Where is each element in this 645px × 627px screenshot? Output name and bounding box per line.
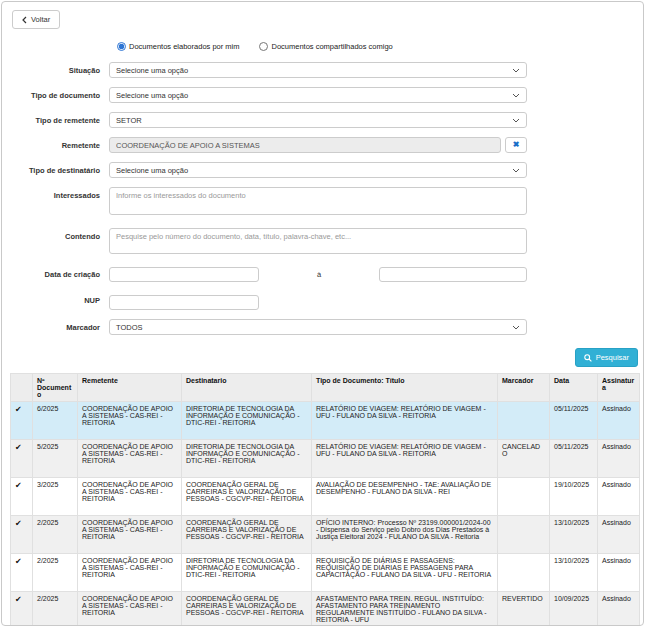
cell-destinatario: DIRETORIA DE TECNOLOGIA DA INFORMAÇÃO E … xyxy=(182,440,312,478)
chevron-down-icon xyxy=(512,68,520,73)
cell-destinatario: COORDENAÇÃO GERAL DE CARREIRAS E VALORIZ… xyxy=(182,478,312,516)
document-filter-radio-group: Documentos elaborados por mim Documentos… xyxy=(117,42,643,51)
tipo-destinatario-select[interactable]: Selecione uma opção xyxy=(109,162,527,178)
chevron-down-icon xyxy=(512,325,520,330)
situacao-selected-value: Selecione uma opção xyxy=(116,66,188,75)
cell-data: 05/11/2025 xyxy=(550,440,598,478)
results-table: Nº Documento Remetente Destinatario Tipo… xyxy=(10,373,640,626)
cell-num: 2/2025 xyxy=(33,516,78,554)
cell-data: 05/11/2025 xyxy=(550,402,598,440)
cell-assinatura: Assinado xyxy=(598,440,640,478)
clear-remetente-button[interactable]: ✖ xyxy=(505,137,527,153)
cell-remetente: COORDENAÇÃO DE APOIO A SISTEMAS - CAS-RE… xyxy=(78,478,182,516)
chevron-down-icon xyxy=(512,118,520,123)
tipo-documento-label: Tipo de documento xyxy=(2,91,109,100)
tipo-documento-select[interactable]: Selecione uma opção xyxy=(109,87,527,103)
cell-num: 2/2025 xyxy=(33,592,78,627)
marcador-select[interactable]: TODOS xyxy=(109,319,527,335)
cell-tipo-titulo: AFASTAMENTO PARA TREIN. REGUL. INSTITUÍD… xyxy=(312,592,498,627)
cell-destinatario: COORDENAÇÃO GERAL DE CARREIRAS E VALORIZ… xyxy=(182,516,312,554)
cell-destinatario: COORDENAÇÃO GERAL DE CARREIRAS E VALORIZ… xyxy=(182,592,312,627)
close-icon: ✖ xyxy=(513,140,520,149)
table-row[interactable]: ✔ 2/2025 COORDENAÇÃO DE APOIO A SISTEMAS… xyxy=(11,554,640,592)
back-button[interactable]: Voltar xyxy=(12,10,60,29)
header-num-documento: Nº Documento xyxy=(33,374,78,402)
cell-data: 19/10/2025 xyxy=(550,478,598,516)
cell-assinatura: Assinado xyxy=(598,402,640,440)
chevron-down-icon xyxy=(512,93,520,98)
nup-input[interactable] xyxy=(109,295,259,310)
cell-tipo-titulo: RELATÓRIO DE VIAGEM: RELATÓRIO DE VIAGEM… xyxy=(312,440,498,478)
interessados-textarea[interactable] xyxy=(109,187,527,215)
nup-label: NUP xyxy=(2,296,109,305)
search-button[interactable]: Pesquisar xyxy=(575,348,638,367)
search-icon xyxy=(584,354,592,362)
table-header-row: Nº Documento Remetente Destinatario Tipo… xyxy=(11,374,640,402)
table-row[interactable]: ✔ 3/2025 COORDENAÇÃO DE APOIO A SISTEMAS… xyxy=(11,478,640,516)
cell-num: 5/2025 xyxy=(33,440,78,478)
check-icon[interactable]: ✔ xyxy=(15,557,22,566)
check-icon[interactable]: ✔ xyxy=(15,595,22,604)
remetente-row: Remetente ✖ xyxy=(2,137,643,153)
cell-num: 2/2025 xyxy=(33,554,78,592)
cell-destinatario: DIRETORIA DE TECNOLOGIA DA INFORMAÇÃO E … xyxy=(182,554,312,592)
radio-elaborados-input[interactable] xyxy=(117,42,126,51)
table-row[interactable]: ✔ 2/2025 COORDENAÇÃO DE APOIO A SISTEMAS… xyxy=(11,516,640,554)
radio-compartilhados-comigo[interactable]: Documentos compartilhados comigo xyxy=(259,42,392,51)
marcador-selected-value: TODOS xyxy=(116,323,143,332)
radio-elaborados-por-mim[interactable]: Documentos elaborados por mim xyxy=(117,42,239,51)
check-icon[interactable]: ✔ xyxy=(15,443,22,452)
cell-data: 13/10/2025 xyxy=(550,516,598,554)
data-criacao-row: Data de criação à xyxy=(2,267,643,282)
cell-tipo-titulo: REQUISIÇÃO DE DIÁRIAS E PASSAGENS: REQUI… xyxy=(312,554,498,592)
tipo-remetente-select[interactable]: SETOR xyxy=(109,112,527,128)
radio-elaborados-label: Documentos elaborados por mim xyxy=(129,42,239,51)
cell-tipo-titulo: AVALIAÇÃO DE DESEMPENHO - TAE: AVALIAÇÃO… xyxy=(312,478,498,516)
search-form: Situação Selecione uma opção Tipo de doc… xyxy=(2,62,643,335)
header-check xyxy=(11,374,33,402)
document-search-page: Voltar Documentos elaborados por mim Doc… xyxy=(1,1,644,626)
table-row[interactable]: ✔ 5/2025 COORDENAÇÃO DE APOIO A SISTEMAS… xyxy=(11,440,640,478)
cell-remetente: COORDENAÇÃO DE APOIO A SISTEMAS - CAS-RE… xyxy=(78,554,182,592)
cell-destinatario: DIRETORIA DE TECNOLOGIA DA INFORMAÇÃO E … xyxy=(182,402,312,440)
cell-assinatura: Assinado xyxy=(598,554,640,592)
situacao-select[interactable]: Selecione uma opção xyxy=(109,62,527,78)
contendo-textarea[interactable] xyxy=(109,228,527,254)
table-row[interactable]: ✔ 2/2025 COORDENAÇÃO DE APOIO A SISTEMAS… xyxy=(11,592,640,627)
check-icon[interactable]: ✔ xyxy=(15,519,22,528)
cell-remetente: COORDENAÇÃO DE APOIO A SISTEMAS - CAS-RE… xyxy=(78,516,182,554)
data-criacao-to-input[interactable] xyxy=(379,267,527,282)
interessados-row: Interessados xyxy=(2,187,643,219)
check-icon[interactable]: ✔ xyxy=(15,405,22,414)
cell-marcador xyxy=(498,554,550,592)
situacao-label: Situação xyxy=(2,66,109,75)
cell-tipo-titulo: OFÍCIO INTERNO: Processo Nº 23199.000001… xyxy=(312,516,498,554)
header-tipo-documento-titulo: Tipo de Documento: Título xyxy=(312,374,498,402)
header-data: Data xyxy=(550,374,598,402)
tipo-remetente-selected-value: SETOR xyxy=(116,116,142,125)
cell-marcador: REVERTIDO xyxy=(498,592,550,627)
tipo-documento-selected-value: Selecione uma opção xyxy=(116,91,188,100)
marcador-row: Marcador TODOS xyxy=(2,319,643,335)
tipo-destinatario-label: Tipo de destinatário xyxy=(2,166,109,175)
situacao-row: Situação Selecione uma opção xyxy=(2,62,643,78)
cell-tipo-titulo: RELATÓRIO DE VIAGEM: RELATÓRIO DE VIAGEM… xyxy=(312,402,498,440)
marcador-label: Marcador xyxy=(2,323,109,332)
contendo-row: Contendo xyxy=(2,228,643,258)
tipo-remetente-label: Tipo de remetente xyxy=(2,116,109,125)
radio-compartilhados-input[interactable] xyxy=(259,42,268,51)
interessados-label: Interessados xyxy=(2,187,109,200)
check-icon[interactable]: ✔ xyxy=(15,481,22,490)
tipo-destinatario-selected-value: Selecione uma opção xyxy=(116,166,188,175)
remetente-input[interactable] xyxy=(109,137,501,153)
tipo-documento-row: Tipo de documento Selecione uma opção xyxy=(2,87,643,103)
search-button-row: Pesquisar xyxy=(2,348,643,367)
cell-num: 3/2025 xyxy=(33,478,78,516)
table-row[interactable]: ✔ 6/2025 COORDENAÇÃO DE APOIO A SISTEMAS… xyxy=(11,402,640,440)
nup-row: NUP xyxy=(2,291,643,310)
data-criacao-from-input[interactable] xyxy=(109,267,259,282)
data-criacao-label: Data de criação xyxy=(2,270,109,279)
search-button-label: Pesquisar xyxy=(596,353,629,362)
remetente-label: Remetente xyxy=(2,141,109,150)
header-marcador: Marcador xyxy=(498,374,550,402)
